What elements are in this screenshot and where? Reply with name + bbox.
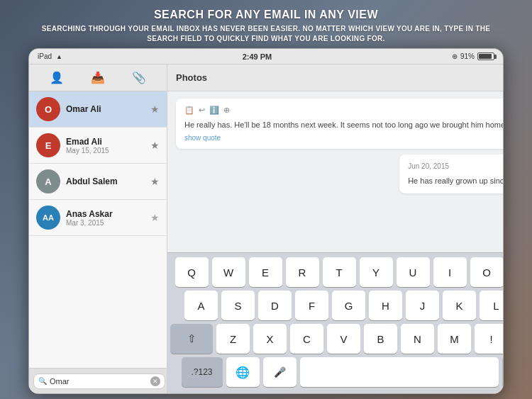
globe-key[interactable]: 🌐 xyxy=(226,357,260,387)
msg-icon-0-3[interactable]: ⊕ xyxy=(223,106,230,115)
device-label: iPad xyxy=(38,52,52,60)
email-name-1: Emad Ali xyxy=(66,137,145,147)
message-icons-0: 📋↩ℹ️⊕ xyxy=(184,106,230,115)
star-icon-3[interactable]: ★ xyxy=(150,212,160,223)
key-F[interactable]: F xyxy=(295,291,328,320)
key-U[interactable]: U xyxy=(397,257,430,287)
email-info-0: Omar Ali xyxy=(66,104,145,114)
email-info-3: Anas AskarMar 3, 2015 xyxy=(66,209,145,227)
key-row-4: .?123 🌐 🎤 .?123 ⌨ xyxy=(170,357,504,387)
key-Z[interactable]: Z xyxy=(216,324,250,354)
msg-icon-0-1[interactable]: ↩ xyxy=(199,106,205,115)
sidebar-toolbar: 👤 📥 📎 xyxy=(29,64,167,91)
email-list-item-2[interactable]: AAbdul Salem★ xyxy=(29,164,167,200)
key-J[interactable]: J xyxy=(406,291,439,320)
key-M[interactable]: M xyxy=(438,324,471,354)
key-row-2: A S D F G H J K L Search xyxy=(170,291,504,320)
email-info-1: Emad AliMay 15, 2015 xyxy=(66,137,145,154)
key-T[interactable]: T xyxy=(323,257,356,287)
battery-fill xyxy=(479,54,492,59)
message-bubble-1: Jun 20, 2015📋↩ℹ️He has really grown up s… xyxy=(399,154,504,194)
msg-icon-0-2[interactable]: ℹ️ xyxy=(209,106,219,115)
key-exclaim[interactable]: ! xyxy=(475,324,504,354)
mic-key[interactable]: 🎤 xyxy=(263,357,297,387)
star-icon-2[interactable]: ★ xyxy=(150,176,160,187)
key-S[interactable]: S xyxy=(221,291,255,320)
avatar-0: O xyxy=(36,97,60,121)
shift-key[interactable]: ⇧ xyxy=(170,324,213,354)
show-quote-0[interactable]: show quote xyxy=(184,134,504,142)
message-text-1: He has really grown up since last time I… xyxy=(408,175,504,187)
status-left: iPad ▲ xyxy=(38,52,62,60)
avatar-3: AA xyxy=(36,206,60,230)
main-pane: Photos REPLY 📋↩ℹ️⊕Jun 20, 2015He really … xyxy=(167,64,504,393)
msg-icon-0-0[interactable]: 📋 xyxy=(184,106,194,115)
key-W[interactable]: W xyxy=(212,257,245,287)
header: SEARCH FOR ANY EMAIL IN ANY VIEW SEARCHI… xyxy=(0,0,532,50)
search-input[interactable] xyxy=(50,377,148,386)
email-list: OOmar Ali★EEmad AliMay 15, 2015★AAbdul S… xyxy=(29,91,167,368)
key-R[interactable]: R xyxy=(286,257,319,287)
search-bar: 🔍 ✕ Cancel xyxy=(29,368,167,393)
key-O[interactable]: O xyxy=(470,257,504,287)
num-key-left[interactable]: .?123 xyxy=(182,357,223,387)
email-list-item-1[interactable]: EEmad AliMay 15, 2015★ xyxy=(29,128,167,164)
inbox-icon[interactable]: 📥 xyxy=(91,71,105,84)
search-input-wrapper[interactable]: 🔍 ✕ xyxy=(33,373,165,389)
messages-area: 📋↩ℹ️⊕Jun 20, 2015He really has. He'll be… xyxy=(167,91,504,252)
email-name-0: Omar Ali xyxy=(66,104,145,114)
key-row-3: ⇧ Z X C V B N M ! ? ⇧ xyxy=(170,324,504,354)
key-L[interactable]: L xyxy=(480,291,504,320)
thread-title: Photos xyxy=(176,72,207,83)
key-V[interactable]: V xyxy=(327,324,360,354)
battery-pct: 91% xyxy=(460,52,475,60)
keyboard-area: Q W E R T Y U I O P ⌫ A xyxy=(167,252,504,393)
wifi-icon: ▲ xyxy=(56,53,62,60)
status-bar: iPad ▲ 2:49 PM ⊕ 91% xyxy=(29,49,503,64)
clock: 2:49 PM xyxy=(243,52,272,61)
search-icon: 🔍 xyxy=(38,377,47,385)
paperclip-icon[interactable]: 📎 xyxy=(132,71,146,84)
key-D[interactable]: D xyxy=(258,291,292,320)
email-list-item-0[interactable]: OOmar Ali★ xyxy=(29,91,167,128)
key-N[interactable]: N xyxy=(401,324,434,354)
email-date-3: Mar 3, 2015 xyxy=(66,219,145,227)
ipad-content: 👤 📥 📎 OOmar Ali★EEmad AliMay 15, 2015★AA… xyxy=(29,64,503,393)
avatar-1: E xyxy=(36,133,60,157)
key-H[interactable]: H xyxy=(369,291,402,320)
key-Q[interactable]: Q xyxy=(175,257,209,287)
keyboard-rows: Q W E R T Y U I O P ⌫ A xyxy=(167,253,504,393)
key-X[interactable]: X xyxy=(253,324,287,354)
key-I[interactable]: I xyxy=(433,257,467,287)
key-Y[interactable]: Y xyxy=(360,257,393,287)
email-name-2: Abdul Salem xyxy=(66,176,145,186)
header-title: SEARCH FOR ANY EMAIL IN ANY VIEW xyxy=(28,9,504,21)
ipad-frame: iPad ▲ 2:49 PM ⊕ 91% 👤 📥 📎 OOmar Ali★EEm… xyxy=(28,48,504,394)
email-list-item-3[interactable]: AAAnas AskarMar 3, 2015★ xyxy=(29,200,167,236)
key-row-1: Q W E R T Y U I O P ⌫ xyxy=(170,257,504,287)
main-toolbar: Photos REPLY xyxy=(167,64,504,91)
email-date-1: May 15, 2015 xyxy=(66,147,145,154)
num-key-right[interactable]: .?123 xyxy=(502,357,504,387)
key-E[interactable]: E xyxy=(249,257,282,287)
message-date-1: Jun 20, 2015 xyxy=(408,162,449,170)
space-key[interactable] xyxy=(300,357,499,387)
search-clear-button[interactable]: ✕ xyxy=(150,376,160,386)
message-header-0: 📋↩ℹ️⊕Jun 20, 2015 xyxy=(184,106,504,115)
status-right: ⊕ 91% xyxy=(452,52,494,60)
header-subtitle: SEARCHING THROUGH YOUR EMAIL INBOX HAS N… xyxy=(28,24,504,44)
sidebar: 👤 📥 📎 OOmar Ali★EEmad AliMay 15, 2015★AA… xyxy=(29,64,167,393)
person-icon[interactable]: 👤 xyxy=(50,71,64,84)
key-K[interactable]: K xyxy=(443,291,476,320)
key-C[interactable]: C xyxy=(290,324,323,354)
email-info-2: Abdul Salem xyxy=(66,176,145,186)
key-A[interactable]: A xyxy=(184,291,218,320)
star-icon-0[interactable]: ★ xyxy=(150,103,160,115)
avatar-2: A xyxy=(36,169,60,193)
message-text-0: He really has. He'll be 18 months next w… xyxy=(184,119,504,131)
key-B[interactable]: B xyxy=(364,324,397,354)
star-icon-1[interactable]: ★ xyxy=(150,140,160,151)
message-bubble-0: 📋↩ℹ️⊕Jun 20, 2015He really has. He'll be… xyxy=(176,99,504,149)
key-G[interactable]: G xyxy=(332,291,365,320)
battery-tip xyxy=(494,55,497,59)
